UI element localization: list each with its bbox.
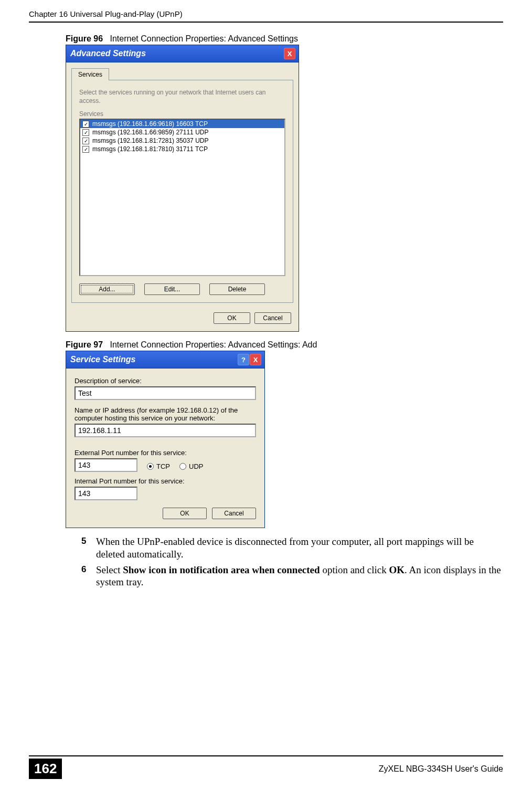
figure97-label: Figure 97 bbox=[66, 340, 103, 349]
radio-icon bbox=[147, 463, 154, 470]
checkbox-icon[interactable]: ✓ bbox=[82, 121, 89, 128]
checkbox-icon[interactable]: ✓ bbox=[82, 138, 89, 144]
cancel-button[interactable]: Cancel bbox=[254, 312, 291, 324]
guide-name: ZyXEL NBG-334SH User's Guide bbox=[379, 764, 503, 774]
ok-button[interactable]: OK bbox=[214, 312, 250, 324]
page-footer: 162 ZyXEL NBG-334SH User's Guide bbox=[29, 755, 503, 779]
udp-radio[interactable]: UDP bbox=[179, 462, 203, 470]
edit-button[interactable]: Edit... bbox=[144, 283, 200, 295]
description-input[interactable]: Test bbox=[75, 386, 256, 400]
help-icon[interactable]: ? bbox=[238, 354, 249, 365]
ok-button[interactable]: OK bbox=[163, 508, 207, 519]
radio-icon bbox=[179, 463, 186, 470]
services-instructions: Select the services running on your netw… bbox=[79, 89, 285, 105]
host-input[interactable]: 192.168.1.11 bbox=[75, 424, 256, 437]
figure96-caption: Figure 96 Internet Connection Properties… bbox=[66, 34, 503, 44]
add-button[interactable]: Add... bbox=[79, 283, 135, 295]
step6-text: Select Show icon in notification area wh… bbox=[96, 564, 503, 589]
list-item[interactable]: ✓ msmsgs (192.168.1.81:7810) 31711 TCP bbox=[80, 145, 284, 153]
services-panel: Select the services running on your netw… bbox=[71, 80, 293, 303]
dialog1-title: Advanced Settings bbox=[70, 49, 146, 58]
header-rule bbox=[29, 22, 503, 23]
list-item[interactable]: ✓ msmsgs (192.168.1.66:9618) 16603 TCP bbox=[80, 120, 284, 128]
step-number: 5 bbox=[81, 535, 96, 561]
description-label: Description of service: bbox=[75, 377, 256, 385]
advanced-settings-dialog: Advanced Settings X Services Select the … bbox=[66, 45, 299, 332]
tcp-radio[interactable]: TCP bbox=[147, 462, 170, 470]
figure96-label: Figure 96 bbox=[66, 34, 103, 43]
chapter-title: Chapter 16 Universal Plug-and-Play (UPnP… bbox=[29, 9, 183, 18]
checkbox-icon[interactable]: ✓ bbox=[82, 129, 89, 136]
step-number: 6 bbox=[81, 564, 96, 589]
delete-button[interactable]: Delete bbox=[209, 283, 265, 295]
list-item[interactable]: ✓ msmsgs (192.168.1.81:7281) 35037 UDP bbox=[80, 136, 284, 145]
tcp-label: TCP bbox=[156, 462, 170, 470]
figure96-caption-text: Internet Connection Properties: Advanced… bbox=[110, 34, 297, 43]
figure97-caption: Figure 97 Internet Connection Properties… bbox=[66, 340, 503, 350]
list-item-label: msmsgs (192.168.1.66:9618) 16603 TCP bbox=[92, 120, 208, 128]
list-item[interactable]: ✓ msmsgs (192.168.1.66:9859) 27111 UDP bbox=[80, 128, 284, 136]
list-item-label: msmsgs (192.168.1.66:9859) 27111 UDP bbox=[92, 129, 208, 136]
cancel-button[interactable]: Cancel bbox=[212, 508, 256, 519]
step5-text: When the UPnP-enabled device is disconne… bbox=[96, 535, 503, 561]
instruction-list: 5 When the UPnP-enabled device is discon… bbox=[81, 535, 503, 588]
services-group-label: Services bbox=[79, 110, 285, 118]
extport-label: External Port number for this service: bbox=[75, 449, 256, 457]
checkbox-icon[interactable]: ✓ bbox=[82, 146, 89, 153]
list-item-label: msmsgs (192.168.1.81:7281) 35037 UDP bbox=[92, 137, 208, 144]
figure97-caption-text: Internet Connection Properties: Advanced… bbox=[110, 340, 317, 349]
intport-input[interactable]: 143 bbox=[75, 487, 137, 500]
close-icon[interactable]: X bbox=[284, 48, 295, 59]
extport-input[interactable]: 143 bbox=[75, 458, 137, 472]
udp-label: UDP bbox=[189, 462, 203, 470]
close-icon[interactable]: X bbox=[250, 354, 261, 365]
services-listbox[interactable]: ✓ msmsgs (192.168.1.66:9618) 16603 TCP ✓… bbox=[79, 119, 285, 276]
intport-label: Internal Port number for this service: bbox=[75, 477, 256, 485]
tab-services[interactable]: Services bbox=[71, 68, 109, 80]
dialog2-titlebar: Service Settings ? X bbox=[66, 351, 264, 369]
page-number: 162 bbox=[29, 759, 62, 779]
dialog2-title: Service Settings bbox=[70, 355, 136, 364]
dialog1-titlebar: Advanced Settings X bbox=[66, 45, 299, 62]
service-settings-dialog: Service Settings ? X Description of serv… bbox=[66, 351, 265, 528]
host-label: Name or IP address (for example 192.168.… bbox=[75, 406, 256, 422]
list-item-label: msmsgs (192.168.1.81:7810) 31711 TCP bbox=[92, 145, 208, 153]
